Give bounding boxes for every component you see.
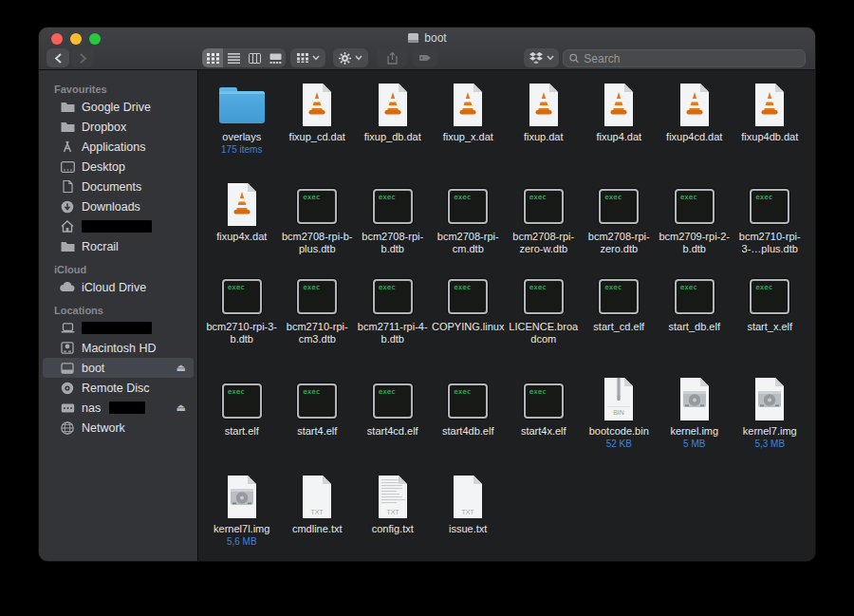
img-file-icon [752, 375, 788, 422]
sidebar-item-redacted[interactable] [43, 318, 194, 338]
file-item[interactable]: execLICENCE.broadcom [506, 271, 582, 375]
file-item[interactable]: BINbootcode.bin52 KB [582, 375, 658, 473]
vlc-file-icon [224, 180, 260, 228]
file-item[interactable]: execCOPYING.linux [431, 271, 507, 375]
redacted-label [82, 322, 152, 334]
exec-file-icon: exec [524, 271, 564, 318]
group-button[interactable] [290, 48, 325, 67]
icon-view-button[interactable] [202, 48, 223, 67]
actions-button[interactable] [333, 48, 368, 67]
back-button[interactable] [46, 48, 69, 67]
file-info: 52 KB [606, 438, 632, 450]
sidebar-item-desktop[interactable]: Desktop [43, 157, 194, 177]
eject-icon[interactable]: ⏏ [176, 362, 186, 374]
file-name: start_x.elf [747, 321, 792, 333]
sidebar-item-downloads[interactable]: Downloads [43, 196, 194, 216]
file-item[interactable]: fixup_x.dat [431, 81, 507, 180]
file-item[interactable]: fixup.dat [506, 81, 582, 180]
file-item[interactable]: TXTcmdline.txt [280, 473, 356, 560]
sidebar: FavouritesGoogle DriveDropboxApplication… [39, 70, 198, 562]
vlc-file-icon [677, 81, 713, 128]
file-item[interactable]: execbcm2711-rpi-4-b.dtb [355, 271, 431, 375]
sidebar-item-label: Applications [82, 140, 145, 154]
tag-icon [418, 53, 432, 63]
list-view-button[interactable] [223, 48, 244, 67]
sidebar-item-dropbox[interactable]: Dropbox [43, 117, 194, 137]
file-item[interactable]: execstart4db.elf [431, 375, 507, 473]
file-name: start4db.elf [442, 425, 493, 438]
file-item[interactable]: kernel.img5 MB [657, 375, 733, 473]
file-name: bcm2708-rpi-b-plus.dtb [280, 231, 354, 255]
file-item[interactable]: execbcm2708-rpi-zero-w.dtb [506, 180, 582, 271]
sidebar-item-macintosh-hd[interactable]: Macintosh HD [43, 338, 194, 358]
file-item[interactable]: fixup4x.dat [204, 180, 280, 271]
column-view-button[interactable] [244, 48, 265, 67]
file-name: fixup4x.dat [216, 231, 267, 243]
eject-icon[interactable]: ⏏ [176, 401, 186, 414]
sidebar-item-remote-disc[interactable]: Remote Disc [43, 378, 194, 398]
file-name: COPYING.linux [432, 321, 504, 333]
sidebar-item-boot[interactable]: boot⏏ [43, 358, 194, 378]
tag-button[interactable] [413, 48, 437, 67]
minimize-button[interactable] [70, 33, 82, 45]
file-item[interactable]: execbcm2710-rpi-3-…plus.dtb [733, 180, 808, 271]
sidebar-item-network[interactable]: Network [43, 418, 194, 438]
sidebar-item-redacted[interactable] [43, 216, 194, 236]
sidebar-item-applications[interactable]: Applications [43, 137, 194, 157]
folder-file-icon [219, 81, 265, 128]
file-grid-row: kernel7l.img5,6 MB TXTcmdline.txt TXTcon… [204, 473, 815, 560]
file-item[interactable]: fixup_db.dat [355, 81, 431, 180]
file-item[interactable]: execstart_db.elf [657, 271, 733, 375]
file-item[interactable]: execstart_x.elf [733, 271, 808, 375]
forward-button[interactable] [71, 48, 94, 67]
desktop-icon [60, 161, 75, 173]
file-item[interactable]: TXTissue.txt [431, 473, 507, 560]
file-item[interactable]: fixup4cd.dat [657, 81, 733, 180]
file-item[interactable]: fixup4db.dat [733, 81, 808, 180]
folder-icon [60, 102, 75, 113]
exec-file-icon: exec [599, 271, 639, 318]
file-item[interactable]: execbcm2708-rpi-b-plus.dtb [280, 180, 356, 271]
file-item[interactable]: kernel7.img5,3 MB [733, 375, 808, 473]
file-grid-row: execbcm2710-rpi-3-b.dtbexecbcm2710-rpi-c… [204, 271, 815, 375]
file-item[interactable]: kernel7l.img5,6 MB [204, 473, 280, 560]
dropbox-button[interactable] [524, 48, 559, 67]
exec-file-icon: exec [222, 271, 262, 318]
file-item[interactable]: fixup_cd.dat [280, 81, 356, 180]
sidebar-item-rocrail[interactable]: Rocrail [43, 236, 194, 256]
sidebar-item-icloud-drive[interactable]: iCloud Drive [43, 277, 194, 297]
file-item[interactable]: TXTconfig.txt [355, 473, 431, 560]
share-button[interactable] [377, 48, 407, 67]
sidebar-item-nas[interactable]: nas⏏ [43, 398, 194, 418]
title-bar[interactable]: boot [39, 28, 815, 47]
file-item[interactable]: execbcm2709-rpi-2-b.dtb [657, 180, 733, 271]
file-item[interactable]: execbcm2708-rpi-cm.dtb [431, 180, 507, 271]
file-item[interactable]: execstart4cd.elf [355, 375, 431, 473]
file-item[interactable]: execbcm2708-rpi-b.dtb [355, 180, 431, 271]
file-item[interactable]: fixup4.dat [582, 81, 658, 180]
file-item[interactable]: execstart4.elf [280, 375, 356, 473]
window-title: boot [39, 28, 815, 48]
search-input[interactable] [584, 52, 799, 65]
disc-icon [60, 382, 75, 395]
sidebar-item-label: nas [82, 401, 101, 415]
exec-file-icon: exec [297, 375, 337, 422]
sidebar-item-google-drive[interactable]: Google Drive [43, 97, 194, 117]
file-item[interactable]: execstart4x.elf [506, 375, 582, 473]
gallery-view-button[interactable] [265, 48, 286, 67]
exec-file-icon: exec [524, 375, 564, 422]
close-button[interactable] [51, 33, 63, 45]
exec-file-icon: exec [373, 375, 413, 422]
search-field[interactable] [563, 49, 806, 67]
file-item[interactable]: execstart_cd.elf [582, 271, 658, 375]
file-item[interactable]: overlays175 items [204, 81, 280, 180]
sidebar-item-documents[interactable]: Documents [43, 177, 194, 196]
zoom-button[interactable] [89, 33, 101, 45]
file-item[interactable]: execbcm2710-rpi-3-b.dtb [204, 271, 280, 375]
file-name: cmdline.txt [292, 523, 343, 535]
file-item[interactable]: execstart.elf [204, 375, 280, 473]
file-item[interactable]: execbcm2710-rpi-cm3.dtb [280, 271, 356, 375]
search-icon [569, 53, 579, 64]
sidebar-item-label: Desktop [82, 160, 125, 174]
file-item[interactable]: execbcm2708-rpi-zero.dtb [582, 180, 658, 271]
